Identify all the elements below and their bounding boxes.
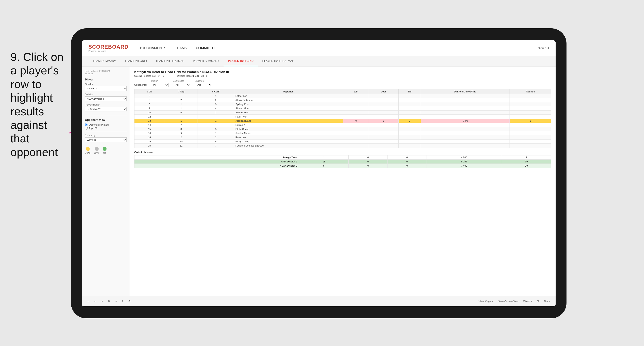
color-level: Level xyxy=(94,147,99,154)
table-cell xyxy=(344,98,369,102)
ood-cell: 0 xyxy=(388,156,426,160)
tab-player-summary[interactable]: PLAYER SUMMARY xyxy=(188,56,224,66)
ood-cell: 10 xyxy=(502,164,551,168)
table-row[interactable]: 613Sydney Kuo xyxy=(134,102,551,106)
col-reg: # Reg xyxy=(164,89,198,94)
sign-out[interactable]: Sign out xyxy=(538,46,549,50)
nav-teams[interactable]: TEAMS xyxy=(175,45,187,51)
table-cell: 3 xyxy=(198,111,234,115)
table-cell xyxy=(369,131,398,135)
table-cell: 0 xyxy=(399,119,421,123)
player-rank-select[interactable]: 8. Katelyn Vo xyxy=(85,107,126,111)
table-cell xyxy=(421,123,510,127)
table-cell xyxy=(344,127,369,131)
table-cell xyxy=(344,102,369,106)
table-cell: 6 xyxy=(198,140,234,144)
ood-cell: 1 xyxy=(299,156,349,160)
conference-select[interactable]: (All) xyxy=(173,83,190,87)
table-cell xyxy=(344,111,369,115)
toolbar-undo[interactable]: ↩ xyxy=(86,299,91,303)
ood-cell: 7.400 xyxy=(426,164,502,168)
nav-committee[interactable]: COMMITTEE xyxy=(196,45,217,51)
colour-by-select[interactable]: Win/loss xyxy=(85,137,126,142)
toolbar-view-original[interactable]: View: Original xyxy=(477,299,495,303)
division-label: Division xyxy=(85,93,126,96)
table-row[interactable]: 31Esther Lee xyxy=(134,94,551,98)
gender-select[interactable]: Women's xyxy=(85,86,126,91)
division-select[interactable]: NCAA Division III xyxy=(85,96,126,101)
toolbar-cut[interactable]: ✂ xyxy=(114,299,118,303)
list-item[interactable]: NCAA Division 25007.40010 xyxy=(134,164,551,168)
tab-player-h2h-heatmap[interactable]: PLAYER H2H HEATMAP xyxy=(258,56,298,66)
logo-title: SCOREBOARD xyxy=(88,44,128,50)
tablet-screen: SCOREBOARD Powered by clippd TOURNAMENTS… xyxy=(82,40,556,306)
region-select[interactable]: (All) xyxy=(151,83,168,87)
ood-cell: Foreign Team xyxy=(134,156,299,160)
tab-team-h2h-grid[interactable]: TEAM H2H GRID xyxy=(120,56,151,66)
color-level-label: Level xyxy=(94,152,99,154)
table-cell xyxy=(421,106,510,111)
ood-cell: 0 xyxy=(349,156,388,160)
color-level-dot xyxy=(95,147,99,151)
table-cell xyxy=(369,115,398,119)
ood-cell: 9.267 xyxy=(426,160,502,164)
table-cell xyxy=(510,131,551,135)
table-row[interactable]: 1585Stella Chong xyxy=(134,127,551,131)
table-cell: Eunice Yi xyxy=(234,123,344,127)
table-cell: 2 xyxy=(510,119,551,123)
division-record: Division Record: 331 - 34 - 6 xyxy=(177,75,208,77)
table-row[interactable]: 1063Andrea York xyxy=(134,111,551,115)
list-item[interactable]: Foreign Team1004.5002 xyxy=(134,156,551,160)
table-cell xyxy=(510,102,551,106)
table-row[interactable]: 12Haeji Hyun xyxy=(134,115,551,119)
tablet-frame: SCOREBOARD Powered by clippd TOURNAMENTS… xyxy=(71,28,566,318)
radio-top100[interactable]: Top 100 xyxy=(85,127,126,130)
table-cell xyxy=(399,131,421,135)
toolbar-redo2[interactable]: ↪ xyxy=(100,299,104,303)
table-cell: Alexis Sudjianto xyxy=(234,98,344,102)
tab-player-h2h-grid[interactable]: PLAYER H2H GRID xyxy=(224,56,258,66)
table-cell: 18 xyxy=(134,135,165,140)
table-row[interactable]: 1691Jessica Mason xyxy=(134,131,551,135)
tab-team-h2h-heatmap[interactable]: TEAM H2H HEATMAP xyxy=(151,56,188,66)
data-area: Katelyn Vo Head-to-Head Grid for Women's… xyxy=(130,66,556,296)
table-cell xyxy=(510,111,551,115)
table-row[interactable]: 1311Jessica Huang010-3.002 xyxy=(134,119,551,123)
toolbar-share[interactable]: Share xyxy=(542,299,551,303)
opponent-select[interactable]: (All) xyxy=(195,83,212,87)
table-cell xyxy=(510,115,551,119)
toolbar-redo1[interactable]: ↩ xyxy=(93,299,98,303)
table-row[interactable]: 20117Federica Domecq Lacroze xyxy=(134,144,551,148)
col-win: Win xyxy=(344,89,369,94)
toolbar-watch[interactable]: Watch ▾ xyxy=(522,299,533,303)
table-cell: 2 xyxy=(164,98,198,102)
tab-team-summary[interactable]: TEAM SUMMARY xyxy=(88,56,120,66)
table-cell xyxy=(344,131,369,135)
table-cell: 9 xyxy=(164,131,198,135)
table-cell xyxy=(399,140,421,144)
nav-tournaments[interactable]: TOURNAMENTS xyxy=(139,45,166,51)
table-row[interactable]: 1822Euna Lee xyxy=(134,135,551,140)
table-cell xyxy=(369,98,398,102)
table-cell: 12 xyxy=(134,115,165,119)
list-item[interactable]: NAIA Division 115009.26730 xyxy=(134,160,551,164)
toolbar-timer[interactable]: ⏱ xyxy=(127,299,132,303)
toolbar-add[interactable]: ⊕ xyxy=(120,299,125,303)
table-cell xyxy=(399,127,421,131)
table-row[interactable]: 914Sharon Mun xyxy=(134,106,551,111)
table-row[interactable]: 522Alexis Sudjianto xyxy=(134,98,551,102)
radio-opponents-played[interactable]: Opponents Played xyxy=(85,123,126,126)
toolbar-save-custom[interactable]: Save Custom View xyxy=(497,299,520,303)
table-row[interactable]: 1474Eunice Yi xyxy=(134,123,551,127)
table-cell xyxy=(421,115,510,119)
color-down-label: Down xyxy=(85,152,90,154)
toolbar-grid[interactable]: ⊞ xyxy=(536,299,540,303)
table-cell: 6 xyxy=(164,111,198,115)
table-cell xyxy=(399,135,421,140)
conference-filter: Conference (All) xyxy=(173,80,190,87)
region-label: Region xyxy=(151,80,168,82)
table-cell: 13 xyxy=(134,119,165,123)
table-cell xyxy=(164,115,198,119)
table-row[interactable]: 19106Emily Chang xyxy=(134,140,551,144)
toolbar-settings[interactable]: ⚙ xyxy=(106,299,111,303)
